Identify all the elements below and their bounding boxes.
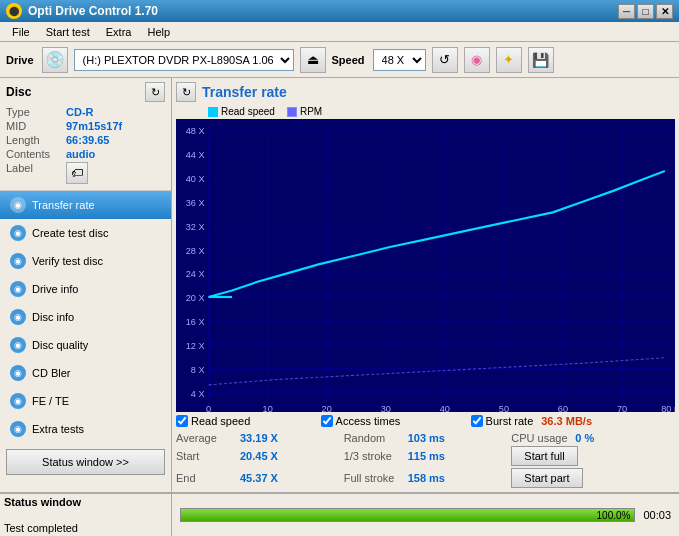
- legend-read-speed-label: Read speed: [221, 106, 275, 117]
- nav-transfer-rate[interactable]: ◉ Transfer rate: [0, 191, 171, 219]
- svg-text:50: 50: [499, 403, 509, 412]
- nav-disc-info[interactable]: ◉ Disc info: [0, 303, 171, 331]
- svg-text:24 X: 24 X: [186, 268, 206, 279]
- start-full-container: Start full: [511, 446, 675, 466]
- nav-verify-test-disc[interactable]: ◉ Verify test disc: [0, 247, 171, 275]
- svg-text:44 X: 44 X: [186, 149, 206, 160]
- disc-mid-value: 97m15s17f: [66, 120, 122, 132]
- nav-extra-label: Extra tests: [32, 423, 84, 435]
- chart-legend: Read speed RPM: [176, 106, 675, 117]
- drive-selector[interactable]: (H:) PLEXTOR DVDR PX-L890SA 1.06: [74, 49, 294, 71]
- menu-start-test[interactable]: Start test: [38, 24, 98, 40]
- nav-verify-label: Verify test disc: [32, 255, 103, 267]
- nav-disc-info-label: Disc info: [32, 311, 74, 323]
- menu-file[interactable]: File: [4, 24, 38, 40]
- drive-icon: 💿: [42, 47, 68, 73]
- svg-text:40: 40: [440, 403, 450, 412]
- svg-text:40 X: 40 X: [186, 173, 206, 184]
- disc-section: Disc ↻ Type CD-R MID 97m15s17f Length 66…: [0, 78, 171, 191]
- menu-help[interactable]: Help: [139, 24, 178, 40]
- nav-cd-bler-icon: ◉: [10, 365, 26, 381]
- stat-start: Start 20.45 X: [176, 446, 340, 466]
- chart-controls-row: Read speed Access times Burst rate 36.3 …: [176, 412, 675, 427]
- stat-average-value: 33.19 X: [240, 432, 278, 444]
- drive-label: Drive: [6, 54, 34, 66]
- svg-text:60: 60: [558, 403, 568, 412]
- disc-label-button[interactable]: 🏷: [66, 162, 88, 184]
- disc-length-value: 66:39.65: [66, 134, 109, 146]
- stat-cpu-value: 0 %: [575, 432, 594, 444]
- svg-text:70: 70: [617, 403, 627, 412]
- status-time: 00:03: [643, 509, 671, 521]
- start-part-button[interactable]: Start part: [511, 468, 582, 488]
- nav-transfer-rate-icon: ◉: [10, 197, 26, 213]
- nav-items: ◉ Transfer rate ◉ Create test disc ◉ Ver…: [0, 191, 171, 443]
- star-icon-button[interactable]: ✦: [496, 47, 522, 73]
- menu-extra[interactable]: Extra: [98, 24, 140, 40]
- svg-rect-0: [176, 119, 675, 412]
- minimize-button[interactable]: ─: [618, 4, 635, 19]
- status-right: 100.0% 00:03: [172, 494, 679, 536]
- burst-value: 36.3 MB/s: [541, 415, 592, 427]
- nav-cd-bler[interactable]: ◉ CD Bler: [0, 359, 171, 387]
- disc-refresh-button[interactable]: ↻: [145, 82, 165, 102]
- maximize-button[interactable]: □: [637, 4, 654, 19]
- disc-mid-row: MID 97m15s17f: [6, 120, 165, 132]
- status-window-button[interactable]: Status window >>: [6, 449, 165, 475]
- svg-text:32 X: 32 X: [186, 220, 206, 231]
- app-title: Opti Drive Control 1.70: [28, 4, 616, 18]
- stat-one-third-value: 115 ms: [408, 450, 445, 462]
- chart-title: Transfer rate: [202, 84, 287, 100]
- nav-drive-label: Drive info: [32, 283, 78, 295]
- svg-text:80 min: 80 min: [661, 403, 675, 412]
- svg-text:30: 30: [381, 403, 391, 412]
- titlebar: ⬤ Opti Drive Control 1.70 ─ □ ✕: [0, 0, 679, 22]
- legend-rpm-label: RPM: [300, 106, 322, 117]
- right-panel: ↻ Transfer rate Read speed RPM: [172, 78, 679, 492]
- eject-button[interactable]: ⏏: [300, 47, 326, 73]
- nav-extra-icon: ◉: [10, 421, 26, 437]
- nav-disc-quality[interactable]: ◉ Disc quality: [0, 331, 171, 359]
- start-full-button[interactable]: Start full: [511, 446, 577, 466]
- svg-text:20 X: 20 X: [186, 292, 206, 303]
- save-button[interactable]: 💾: [528, 47, 554, 73]
- access-times-checkbox[interactable]: [321, 415, 333, 427]
- status-left: Status window Test completed: [0, 494, 172, 536]
- speed-label: Speed: [332, 54, 365, 66]
- menubar: File Start test Extra Help: [0, 22, 679, 42]
- disc-contents-value: audio: [66, 148, 95, 160]
- disc-title: Disc: [6, 85, 31, 99]
- disc-label-row: Label 🏷: [6, 162, 165, 184]
- nav-verify-icon: ◉: [10, 253, 26, 269]
- progress-bar-fill: [181, 509, 634, 521]
- status-completed: Test completed: [4, 522, 167, 534]
- disc-contents-row: Contents audio: [6, 148, 165, 160]
- read-speed-checkbox-label[interactable]: Read speed: [176, 415, 250, 427]
- legend-rpm-color: [287, 107, 297, 117]
- svg-text:16 X: 16 X: [186, 316, 206, 327]
- nav-disc-quality-icon: ◉: [10, 337, 26, 353]
- speed-selector[interactable]: 48 X Max 8 X 16 X 24 X 32 X 40 X: [373, 49, 426, 71]
- access-times-checkbox-label[interactable]: Access times: [321, 415, 401, 427]
- svg-text:4 X: 4 X: [191, 388, 205, 399]
- stat-full-stroke: Full stroke 158 ms: [344, 468, 508, 488]
- nav-extra-tests[interactable]: ◉ Extra tests: [0, 415, 171, 443]
- svg-text:10: 10: [263, 403, 273, 412]
- stat-full-stroke-value: 158 ms: [408, 472, 445, 484]
- burst-rate-checkbox-label[interactable]: Burst rate: [471, 415, 534, 427]
- read-speed-checkbox[interactable]: [176, 415, 188, 427]
- legend-read-speed: Read speed: [208, 106, 275, 117]
- nav-create-test-disc[interactable]: ◉ Create test disc: [0, 219, 171, 247]
- nav-fe-te-label: FE / TE: [32, 395, 69, 407]
- progress-text: 100.0%: [597, 509, 631, 523]
- burst-rate-checkbox[interactable]: [471, 415, 483, 427]
- nav-disc-info-icon: ◉: [10, 309, 26, 325]
- chart-refresh-icon[interactable]: ↻: [176, 82, 196, 102]
- pink-icon-button[interactable]: ◉: [464, 47, 490, 73]
- nav-transfer-rate-label: Transfer rate: [32, 199, 95, 211]
- nav-drive-info[interactable]: ◉ Drive info: [0, 275, 171, 303]
- refresh-button[interactable]: ↺: [432, 47, 458, 73]
- nav-disc-quality-label: Disc quality: [32, 339, 88, 351]
- nav-fe-te[interactable]: ◉ FE / TE: [0, 387, 171, 415]
- close-button[interactable]: ✕: [656, 4, 673, 19]
